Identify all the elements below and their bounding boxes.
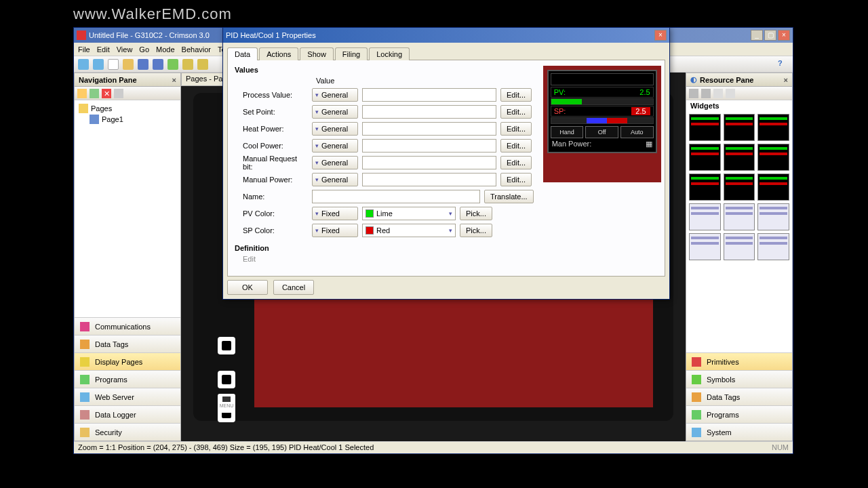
nav-pane-close-icon[interactable]: × (172, 76, 176, 84)
pv-color-mode-dropdown[interactable]: Fixed (312, 207, 358, 220)
sp-color-mode-dropdown[interactable]: Fixed (312, 224, 358, 237)
value-row: Process Value:GeneralEdit... (235, 86, 534, 103)
widget-thumb[interactable] (757, 174, 789, 201)
device-menu-button[interactable]: MENU (218, 394, 235, 413)
widget-thumb[interactable] (757, 144, 789, 171)
widget-thumb[interactable] (689, 114, 721, 141)
widget-thumb[interactable] (689, 144, 721, 171)
search-icon[interactable] (114, 89, 123, 98)
res-back-icon[interactable] (689, 89, 698, 98)
menu-view[interactable]: View (117, 45, 133, 54)
res-cat-programs[interactable]: Programs (686, 405, 792, 423)
mode-dropdown[interactable]: General (312, 156, 358, 169)
widget-thumb[interactable] (689, 203, 721, 230)
edit-button[interactable]: Edit... (500, 88, 532, 102)
widget-thumb[interactable] (757, 233, 789, 260)
edit-button[interactable]: Edit... (500, 156, 532, 169)
tab-filing[interactable]: Filing (335, 47, 368, 60)
definition-edit-link[interactable]: Edit (235, 255, 534, 263)
nav-cat-data-logger[interactable]: Data Logger (75, 405, 180, 423)
pv-color-select[interactable]: Lime (362, 207, 456, 220)
minimize-button[interactable]: _ (751, 30, 763, 41)
res-home-icon[interactable] (726, 89, 735, 98)
device-button-1[interactable] (218, 337, 235, 354)
close-button[interactable]: × (778, 30, 790, 41)
mode-dropdown[interactable]: General (312, 139, 358, 152)
forward-icon[interactable] (93, 59, 104, 70)
tab-locking[interactable]: Locking (369, 47, 410, 60)
cancel-button[interactable]: Cancel (273, 280, 314, 295)
saveall-icon[interactable] (153, 59, 163, 70)
menu-go[interactable]: Go (139, 45, 149, 54)
maximize-button[interactable]: ▢ (764, 30, 776, 41)
tool-a-icon[interactable] (182, 59, 193, 70)
nav-cat-web-server[interactable]: Web Server (75, 388, 180, 405)
widget-thumb[interactable] (724, 144, 755, 171)
widget-thumb[interactable] (724, 114, 755, 141)
res-cat-primitives[interactable]: Primitives (686, 352, 792, 370)
help-icon[interactable]: ? (778, 59, 789, 70)
value-input[interactable] (362, 156, 496, 169)
tab-actions[interactable]: Actions (259, 47, 298, 60)
tab-show[interactable]: Show (300, 47, 334, 60)
open-icon[interactable] (123, 59, 134, 70)
row-label: Manual Power: (235, 176, 308, 184)
value-input[interactable] (362, 173, 496, 186)
widget-thumb[interactable] (689, 174, 721, 201)
value-input[interactable] (362, 88, 496, 102)
mode-dropdown[interactable]: General (312, 173, 358, 186)
mode-dropdown[interactable]: General (312, 122, 358, 136)
sp-color-select[interactable]: Red (362, 224, 456, 237)
add-icon[interactable] (90, 89, 99, 98)
name-input[interactable] (312, 190, 480, 203)
menu-edit[interactable]: Edit (97, 45, 110, 54)
tab-data[interactable]: Data (227, 47, 258, 60)
menu-behavior[interactable]: Behavior (182, 45, 211, 54)
tree-root-pages[interactable]: Pages (77, 103, 178, 114)
edit-button[interactable]: Edit... (500, 139, 532, 152)
value-input[interactable] (362, 139, 496, 152)
widget-thumb[interactable] (689, 233, 721, 260)
res-cat-system[interactable]: System (686, 423, 792, 441)
nav-cat-display-pages[interactable]: Display Pages (75, 352, 180, 370)
menu-file[interactable]: File (78, 45, 90, 54)
value-input[interactable] (362, 105, 496, 119)
device-button-2[interactable] (218, 371, 235, 388)
value-input[interactable] (362, 122, 496, 136)
sp-color-pick-button[interactable]: Pick... (460, 224, 492, 237)
new-page-icon[interactable] (77, 89, 87, 98)
nav-cat-data-tags[interactable]: Data Tags (75, 335, 180, 352)
widget-thumb[interactable] (757, 114, 789, 141)
dialog-close-button[interactable]: × (654, 30, 667, 41)
edit-button[interactable]: Edit... (500, 105, 532, 119)
tree-item-page1[interactable]: Page1 (88, 114, 178, 125)
edit-button[interactable]: Edit... (500, 122, 532, 136)
download-icon[interactable] (167, 59, 178, 70)
mode-dropdown[interactable]: General (312, 105, 358, 119)
tool-b-icon[interactable] (197, 59, 208, 70)
new-icon[interactable] (108, 59, 119, 70)
pv-color-pick-button[interactable]: Pick... (460, 207, 492, 220)
back-icon[interactable] (78, 59, 89, 70)
edit-button[interactable]: Edit... (500, 173, 532, 186)
res-cat-symbols[interactable]: Symbols (686, 370, 792, 388)
menu-mode[interactable]: Mode (156, 45, 175, 54)
widget-thumb[interactable] (757, 203, 789, 230)
nav-cat-security[interactable]: Security (75, 423, 180, 441)
resource-pane-close-icon[interactable]: × (784, 76, 788, 84)
nav-cat-communications[interactable]: Communications (75, 317, 180, 335)
mode-dropdown[interactable]: General (312, 88, 358, 102)
res-up-icon[interactable] (713, 89, 723, 98)
translate-button[interactable]: Translate... (484, 190, 534, 203)
widget-thumb[interactable] (724, 233, 755, 260)
nav-pane-header: Navigation Pane × (75, 73, 180, 87)
pin-icon[interactable]: ◐ (690, 75, 697, 84)
save-icon[interactable] (138, 59, 149, 70)
nav-cat-programs[interactable]: Programs (75, 370, 180, 388)
res-fwd-icon[interactable] (701, 89, 711, 98)
widget-thumb[interactable] (724, 203, 755, 230)
delete-icon[interactable]: ✕ (102, 89, 111, 98)
res-cat-data-tags[interactable]: Data Tags (686, 388, 792, 405)
ok-button[interactable]: OK (227, 280, 268, 295)
widget-thumb[interactable] (724, 174, 755, 201)
